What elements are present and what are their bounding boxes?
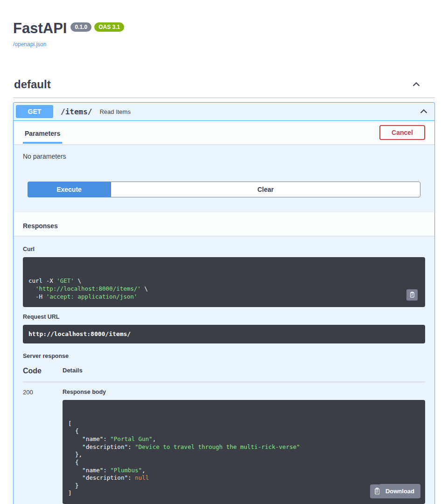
clipboard-copy-icon <box>409 291 415 299</box>
api-info: FastAPI 0.1.0 OAS 3.1 /openapi.json <box>13 0 435 48</box>
parameters-body: No parameters <box>14 144 434 182</box>
chevron-up-icon <box>419 107 428 116</box>
operation-summary: Read Items <box>99 108 413 115</box>
download-button[interactable]: Download <box>379 484 420 498</box>
responses-content: Curl curl -X 'GET' \ 'http://localhost:8… <box>14 236 434 504</box>
response-details: Response body [ { "name": "Portal Gun", … <box>63 389 425 504</box>
opblock-get-items: GET /items/ Read Items Parameters Cancel… <box>13 102 435 504</box>
request-url-label: Request URL <box>23 314 425 320</box>
server-response-label: Server response <box>23 353 425 359</box>
responses-section-header: Responses <box>14 212 434 236</box>
version-badge: 0.1.0 <box>70 22 91 32</box>
curl-label: Curl <box>23 246 425 252</box>
response-body-label: Response body <box>63 389 425 395</box>
chevron-up-icon <box>412 80 421 89</box>
tab-parameters[interactable]: Parameters <box>23 125 62 144</box>
openapi-spec-link[interactable]: /openapi.json <box>13 41 46 48</box>
no-parameters-text: No parameters <box>23 153 66 160</box>
code-column-header: Code <box>23 367 63 375</box>
tag-collapse-button[interactable] <box>411 79 422 90</box>
live-response-table-header: Code Details <box>23 367 425 382</box>
clear-button[interactable]: Clear <box>111 182 420 197</box>
tag-section-header[interactable]: default <box>13 74 435 98</box>
request-url-value: http://localhost:8000/items/ <box>23 325 425 343</box>
page-container: FastAPI 0.1.0 OAS 3.1 /openapi.json defa… <box>13 0 435 504</box>
execute-wrapper: Execute Clear <box>14 182 434 212</box>
cancel-button[interactable]: Cancel <box>379 125 425 140</box>
execute-button[interactable]: Execute <box>28 182 111 197</box>
status-code: 200 <box>23 389 63 504</box>
parameters-section-header: Parameters Cancel <box>14 121 434 144</box>
api-title: FastAPI <box>13 21 67 36</box>
opblock-collapse-button[interactable] <box>418 106 429 117</box>
oas-badge: OAS 3.1 <box>94 22 124 32</box>
details-column-header: Details <box>63 367 83 375</box>
api-badges: 0.1.0 OAS 3.1 <box>70 22 124 32</box>
opblock-summary[interactable]: GET /items/ Read Items <box>14 103 434 121</box>
live-response-row: 200 Response body [ { "name": "Portal Gu… <box>23 389 425 504</box>
operation-path: /items/ <box>58 107 95 116</box>
responses-header-label: Responses <box>23 217 58 234</box>
copy-curl-button[interactable] <box>406 289 418 301</box>
curl-command-block[interactable]: curl -X 'GET' \ 'http://localhost:8000/i… <box>23 257 425 307</box>
method-badge: GET <box>16 105 53 118</box>
tag-title: default <box>14 78 51 91</box>
